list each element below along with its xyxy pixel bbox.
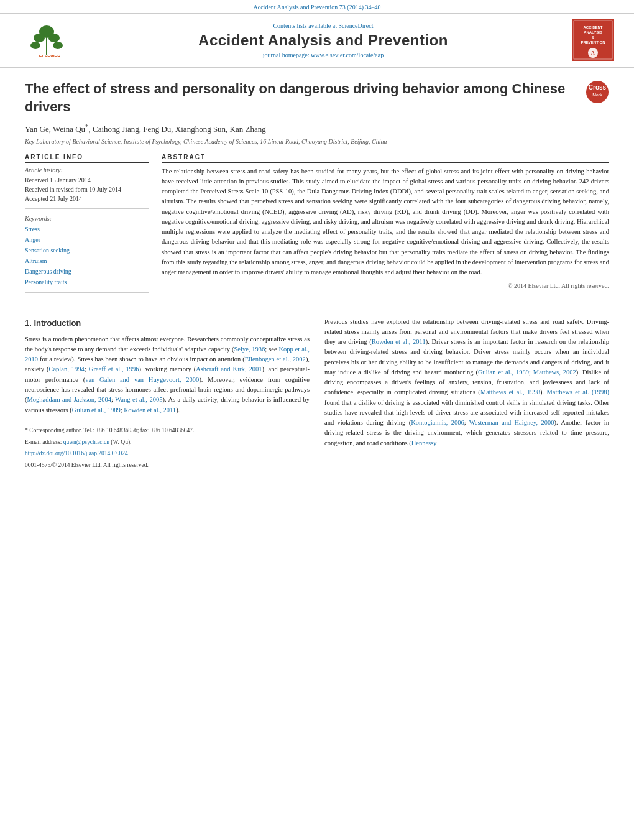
ref-ellenbogen[interactable]: Ellenbogen et al., 2002: [245, 356, 306, 362]
homepage-link[interactable]: www.elsevier.com/locate/aap: [311, 52, 384, 58]
ref-wang[interactable]: Wang et al., 2005: [115, 396, 162, 403]
issn-text: 0001-4575/© 2014 Elsevier Ltd. All right…: [25, 462, 149, 468]
keyword-4[interactable]: Altruism: [25, 256, 149, 266]
ref-moghaddam[interactable]: Moghaddam and Jackson, 2004: [27, 396, 112, 403]
info-abstract-section: ARTICLE INFO Article history: Received 1…: [25, 154, 609, 299]
author-names: Yan Ge, Weina Qu*, Caihong Jiang, Feng D…: [25, 124, 266, 134]
journal-citation: Accident Analysis and Prevention 73 (201…: [0, 0, 634, 14]
ref-caplan[interactable]: Caplan, 1994: [48, 366, 84, 372]
ref-selye[interactable]: Selye, 1936: [234, 346, 265, 353]
homepage-text: journal homepage:: [263, 52, 310, 58]
history-label: Article history:: [25, 167, 149, 173]
ref-rowden[interactable]: Rowden et al., 2011: [124, 407, 176, 413]
section1-title-text: Introduction: [34, 318, 81, 328]
keywords-label: Keywords:: [25, 215, 149, 222]
header-center: Contents lists available at ScienceDirec…: [87, 22, 559, 58]
article-history: Article history: Received 15 January 201…: [25, 167, 149, 209]
svg-text:&: &: [592, 35, 595, 39]
journal-header: ELSEVIER Contents lists available at Sci…: [0, 14, 634, 68]
doi-line: http://dx.doi.org/10.1016/j.aap.2014.07.…: [25, 449, 310, 458]
corresponding-note: * Corresponding author. Tel.: +86 10 648…: [25, 426, 310, 435]
svg-text:Mark: Mark: [592, 93, 602, 97]
article-info: ARTICLE INFO Article history: Received 1…: [25, 154, 149, 299]
body-col-right: Previous studies have explored the relat…: [324, 317, 609, 473]
abstract-text: The relationship between stress and road…: [162, 167, 609, 278]
crossmark-logo[interactable]: Cross Mark: [586, 80, 609, 105]
accepted: Accepted 21 July 2014: [25, 194, 149, 203]
affiliation: Key Laboratory of Behavioral Science, In…: [25, 138, 609, 145]
svg-point-5: [30, 42, 40, 49]
keywords-section: Keywords: Stress Anger Sensation seeking…: [25, 215, 149, 293]
ref-vangalen[interactable]: van Galen and van Huygevoort, 2000: [85, 376, 199, 383]
copyright: © 2014 Elsevier Ltd. All rights reserved…: [162, 282, 609, 289]
authors: Yan Ge, Weina Qu*, Caihong Jiang, Feng D…: [25, 122, 609, 134]
keyword-3[interactable]: Sensation seeking: [25, 245, 149, 256]
ref-gulian[interactable]: Gulian et al., 1989: [72, 407, 121, 413]
svg-text:ELSEVIER: ELSEVIER: [39, 54, 61, 57]
article-info-heading: ARTICLE INFO: [25, 154, 149, 163]
abstract-section: ABSTRACT The relationship between stress…: [162, 154, 609, 299]
ref-ashcraft[interactable]: Ashcraft and Kirk, 2001: [196, 366, 262, 372]
abstract-heading: ABSTRACT: [162, 154, 609, 163]
intro-para1: Stress is a modern phenomenon that affec…: [25, 335, 310, 415]
citation-text: Accident Analysis and Prevention 73 (201…: [254, 4, 381, 11]
contents-available: Contents lists available at ScienceDirec…: [87, 22, 559, 29]
article-body: The effect of stress and personality on …: [0, 68, 634, 485]
svg-text:A: A: [591, 50, 595, 56]
email-note: E-mail address: quwn@psych.ac.cn (W. Qu)…: [25, 438, 310, 447]
svg-point-6: [53, 42, 63, 49]
ref-graeff[interactable]: Graeff et al., 1996: [89, 366, 139, 372]
ref-matthews1998b[interactable]: Matthews et al. (1998): [547, 389, 610, 395]
svg-point-4: [48, 34, 60, 42]
email-person: (W. Qu).: [111, 439, 131, 445]
ref-matthews1998[interactable]: Matthews et al., 1998: [480, 389, 540, 395]
section1-title: 1. Introduction: [25, 317, 310, 330]
issn-line: 0001-4575/© 2014 Elsevier Ltd. All right…: [25, 461, 310, 470]
intro-para2: Previous studies have explored the relat…: [324, 317, 609, 448]
elsevier-logo: ELSEVIER: [19, 23, 75, 58]
ref-westerman[interactable]: Westerman and Haigney, 2000: [469, 419, 554, 426]
svg-text:ACCIDENT: ACCIDENT: [584, 25, 603, 29]
email-label: E-mail address:: [25, 439, 62, 445]
journal-title: Accident Analysis and Prevention: [87, 32, 559, 49]
homepage-line: journal homepage: www.elsevier.com/locat…: [87, 52, 559, 58]
ref-hennessy[interactable]: Hennessy: [411, 440, 437, 446]
received2: Received in revised form 10 July 2014: [25, 185, 149, 194]
keyword-6[interactable]: Personality traits: [25, 277, 149, 287]
keyword-1[interactable]: Stress: [25, 224, 149, 234]
contents-text: Contents lists available at: [273, 22, 336, 29]
sciencedirect-link[interactable]: ScienceDirect: [338, 22, 373, 29]
body-section: 1. Introduction Stress is a modern pheno…: [25, 317, 609, 473]
doi-link[interactable]: http://dx.doi.org/10.1016/j.aap.2014.07.…: [25, 450, 128, 456]
body-col-left: 1. Introduction Stress is a modern pheno…: [25, 317, 310, 473]
email-link[interactable]: quwn@psych.ac.cn: [63, 439, 109, 445]
keyword-2[interactable]: Anger: [25, 234, 149, 245]
ref-kontogiannis[interactable]: Kontogiannis, 2006: [411, 419, 464, 426]
svg-text:ANALYSIS: ANALYSIS: [584, 30, 602, 34]
ref-rowden2011[interactable]: Rowden et al., 2011: [372, 338, 426, 345]
journal-logo: ACCIDENT ANALYSIS & PREVENTION A: [572, 19, 615, 62]
svg-text:PREVENTION: PREVENTION: [581, 40, 605, 44]
footnote-area: * Corresponding author. Tel.: +86 10 648…: [25, 422, 310, 470]
corresponding-text: * Corresponding author. Tel.: +86 10 648…: [25, 427, 194, 433]
ref-gulian1989[interactable]: Gulian et al., 1989: [478, 369, 529, 376]
svg-text:Cross: Cross: [589, 84, 607, 91]
article-title: The effect of stress and personality on …: [25, 80, 576, 116]
ref-matthews2002[interactable]: Matthews, 2002: [533, 369, 576, 376]
section-divider: [25, 308, 609, 308]
section1-number: 1.: [25, 318, 34, 328]
svg-point-3: [34, 34, 45, 42]
received1: Received 15 January 2014: [25, 175, 149, 185]
article-title-section: The effect of stress and personality on …: [25, 80, 609, 116]
keyword-5[interactable]: Dangerous driving: [25, 266, 149, 277]
